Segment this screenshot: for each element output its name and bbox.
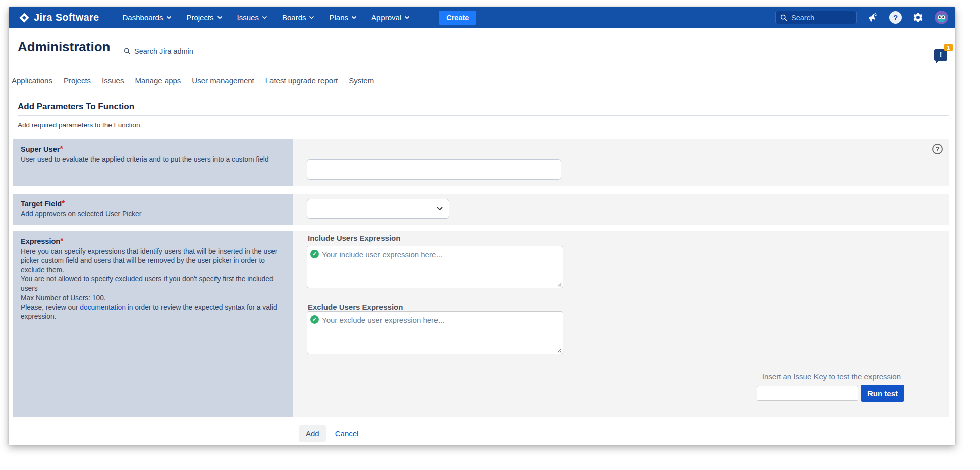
form-row-target-field: Target Field* Add approvers on selected …: [13, 194, 949, 225]
question-mark-glyph: ?: [936, 145, 940, 153]
exclude-expression-textarea[interactable]: [307, 311, 563, 354]
notifications-button[interactable]: ! 1: [934, 48, 949, 62]
super-user-description: User used to evaluate the applied criter…: [21, 155, 285, 164]
megaphone-icon: [867, 12, 879, 23]
chevron-down-icon: [167, 16, 171, 19]
nav-search-input[interactable]: Search: [775, 11, 857, 24]
exclude-expression-wrap: ✓: [307, 311, 563, 354]
tab-latest-upgrade-report[interactable]: Latest upgrade report: [264, 76, 339, 85]
expression-label: Expression: [21, 237, 60, 245]
issue-key-test-label: Insert an Issue Key to test the expressi…: [762, 372, 901, 381]
tab-user-management[interactable]: User management: [191, 76, 255, 85]
nav-item-label: Dashboards: [123, 13, 164, 22]
nav-item-label: Projects: [186, 13, 213, 22]
nav-item-label: Boards: [282, 13, 306, 22]
super-user-label-cell: Super User* User used to evaluate the ap…: [13, 139, 293, 186]
nav-item-dashboards[interactable]: Dashboards: [123, 13, 172, 22]
resize-handle-icon[interactable]: [557, 282, 562, 287]
required-marker: *: [60, 145, 63, 153]
search-icon: [780, 14, 787, 21]
documentation-link[interactable]: documentation: [80, 304, 126, 311]
nav-item-issues[interactable]: Issues: [237, 13, 267, 22]
super-user-label: Super User: [21, 145, 60, 153]
chevron-down-icon: [352, 16, 356, 19]
form-row-super-user: Super User* User used to evaluate the ap…: [13, 139, 949, 186]
tab-projects[interactable]: Projects: [63, 76, 92, 85]
expression-description: Here you can specify expressions that id…: [21, 247, 285, 322]
doc-sentence-prefix: Please, review our: [21, 304, 80, 311]
exclude-expression-label: Exclude Users Expression: [308, 303, 403, 311]
nav-item-label: Approval: [371, 13, 401, 22]
cancel-link[interactable]: Cancel: [335, 429, 359, 438]
gear-icon: [912, 12, 924, 23]
expression-content-cell: Include Users Expression ✓ Exclude Users…: [293, 231, 949, 417]
jira-logo-text: Jira Software: [34, 12, 99, 23]
help-question-icon[interactable]: ?: [932, 144, 943, 154]
form-actions: Add Cancel: [299, 425, 358, 442]
check-glyph: ✓: [312, 316, 317, 323]
include-expression-wrap: ✓: [307, 246, 563, 288]
valid-check-icon: ✓: [310, 315, 319, 324]
question-mark-icon: ?: [893, 13, 898, 22]
tab-applications[interactable]: Applications: [11, 76, 53, 85]
screenshot-canvas: Jira Software Dashboards Projects Issues…: [0, 0, 980, 470]
section-divider: [18, 115, 949, 116]
nav-right-group: Search ?: [775, 11, 948, 24]
nav-item-boards[interactable]: Boards: [282, 13, 314, 22]
page-title: Administration: [18, 39, 110, 55]
notification-count-badge: 1: [944, 44, 953, 51]
browser-page: Jira Software Dashboards Projects Issues…: [9, 7, 955, 445]
nav-item-label: Issues: [237, 13, 259, 22]
user-avatar[interactable]: [935, 11, 948, 24]
search-icon: [124, 48, 131, 55]
valid-check-icon: ✓: [310, 250, 319, 258]
top-nav: Jira Software Dashboards Projects Issues…: [9, 7, 955, 28]
target-field-label: Target Field: [21, 200, 62, 208]
exclamation-icon: !: [940, 51, 942, 59]
announcements-button[interactable]: [867, 12, 879, 23]
nav-item-label: Plans: [329, 13, 348, 22]
nav-item-plans[interactable]: Plans: [329, 13, 356, 22]
chevron-down-icon: [405, 16, 409, 19]
admin-tabs: Applications Projects Issues Manage apps…: [11, 76, 375, 85]
section-title: Add Parameters To Function: [18, 102, 134, 112]
target-field-select[interactable]: [307, 199, 449, 219]
jira-logo-icon: [19, 12, 30, 23]
run-test-button[interactable]: Run test: [861, 385, 904, 402]
target-field-content-cell: [293, 194, 949, 225]
expression-description-line4: Please, review our documentation in orde…: [21, 303, 285, 322]
check-glyph: ✓: [312, 251, 317, 257]
add-button[interactable]: Add: [299, 425, 326, 442]
create-button[interactable]: Create: [439, 11, 476, 25]
settings-button[interactable]: [912, 12, 924, 23]
chevron-down-icon: [309, 16, 314, 19]
nav-item-approval[interactable]: Approval: [371, 13, 409, 22]
target-field-label-cell: Target Field* Add approvers on selected …: [13, 194, 293, 225]
expression-description-line1: Here you can specify expressions that id…: [21, 247, 285, 275]
section-subtitle: Add required parameters to the Function.: [18, 121, 142, 129]
required-marker: *: [62, 199, 65, 208]
expression-label-cell: Expression* Here you can specify express…: [13, 231, 293, 417]
expression-description-line2: You are not allowed to specify excluded …: [21, 275, 285, 293]
super-user-content-cell: ?: [293, 139, 949, 186]
main-menu: Dashboards Projects Issues Boards Plans: [123, 11, 477, 25]
admin-search-button[interactable]: Search Jira admin: [124, 47, 193, 55]
super-user-input[interactable]: [307, 159, 561, 180]
jira-logo[interactable]: Jira Software: [19, 12, 99, 23]
required-marker: *: [60, 237, 63, 245]
help-button[interactable]: ?: [889, 11, 902, 24]
resize-handle-icon[interactable]: [557, 347, 562, 352]
nav-item-projects[interactable]: Projects: [186, 13, 222, 22]
tab-manage-apps[interactable]: Manage apps: [134, 76, 182, 85]
tab-system[interactable]: System: [348, 76, 375, 85]
tab-issues[interactable]: Issues: [101, 76, 125, 85]
include-expression-label: Include Users Expression: [308, 233, 400, 242]
form-row-expression: Expression* Here you can specify express…: [13, 231, 949, 417]
issue-key-input[interactable]: [757, 386, 858, 401]
chevron-down-icon: [262, 16, 267, 19]
include-expression-textarea[interactable]: [307, 246, 563, 288]
chevron-down-icon: [437, 207, 443, 211]
nav-search-placeholder: Search: [791, 14, 814, 22]
target-field-description: Add approvers on selected User Picker: [21, 210, 285, 219]
chevron-down-icon: [217, 16, 222, 19]
